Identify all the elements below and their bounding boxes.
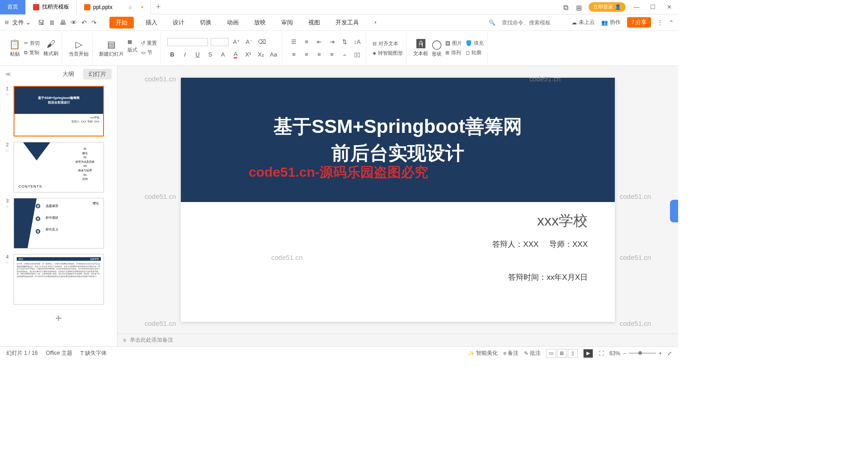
menu-view[interactable]: 视图 <box>305 17 324 28</box>
thumbnail-3[interactable]: 绪论 01 02 03 选题背景 研究现状 研究意义 <box>14 198 104 249</box>
hamburger-icon[interactable]: ≡ <box>5 19 9 27</box>
justify-button[interactable]: ≡ <box>327 50 337 60</box>
paste-button[interactable]: 📋粘贴 <box>9 39 20 57</box>
print-preview-icon[interactable]: 👁 <box>71 19 77 26</box>
search-input[interactable] <box>502 19 565 26</box>
side-handle[interactable] <box>670 200 678 222</box>
menu-review[interactable]: 审阅 <box>278 17 297 28</box>
outline-tab[interactable]: 大纲 <box>57 69 80 80</box>
reading-view-button[interactable]: ▯ <box>568 349 578 358</box>
clear-format-icon[interactable]: ⌫ <box>257 37 267 47</box>
fill-button[interactable]: 🪣填充 <box>466 39 484 47</box>
distribute-button[interactable]: ⫠ <box>340 50 349 60</box>
missing-font-button[interactable]: T缺失字体 <box>80 349 107 357</box>
menu-more[interactable]: › <box>371 17 380 28</box>
share-button[interactable]: ⤴ 分享 <box>627 17 651 28</box>
close-button[interactable]: ✕ <box>664 4 675 10</box>
from-current-button[interactable]: ▷当页开始 <box>69 39 89 57</box>
normal-view-button[interactable]: ▭ <box>546 349 556 358</box>
italic-button[interactable]: I <box>180 50 190 60</box>
menu-show[interactable]: 放映 <box>250 17 269 28</box>
superscript-button[interactable]: X² <box>243 50 253 60</box>
textbox-button[interactable]: 🅰文本框 <box>413 39 428 57</box>
align-text-button[interactable]: ⊟对齐文本 <box>373 39 403 48</box>
window-mode-icon[interactable]: ⧉ <box>563 4 571 11</box>
align-left-button[interactable]: ≡ <box>289 50 299 60</box>
text-direction-button[interactable]: ↕A <box>352 37 362 47</box>
tab-template[interactable]: 找稻壳模板 <box>26 0 77 14</box>
redo-icon[interactable]: ↷ <box>91 19 97 26</box>
columns-button[interactable]: ▯▯ <box>352 50 362 60</box>
tab-home[interactable]: 首页 <box>0 0 26 14</box>
tab-file[interactable]: ppt.pptx ⎚ • <box>77 0 151 14</box>
change-case-button[interactable]: Aa <box>269 50 278 60</box>
login-button[interactable]: 立即登录 👤 <box>589 2 626 12</box>
collapse-ribbon-icon[interactable]: ⌃ <box>669 19 674 26</box>
outline-button[interactable]: ◻轮廓 <box>466 48 484 57</box>
slideshow-button[interactable]: ▶ <box>583 349 593 358</box>
reset-button[interactable]: ↺重置 <box>141 39 157 47</box>
section-button[interactable]: ▭节 <box>141 48 157 57</box>
sorter-view-button[interactable]: ⊞ <box>557 349 567 358</box>
copy-button[interactable]: ⧉复制 <box>24 48 40 57</box>
minimize-button[interactable]: — <box>631 4 642 10</box>
numbering-button[interactable]: ≡ <box>302 37 311 47</box>
shape-button[interactable]: ◯形状 <box>432 39 442 57</box>
decrease-font-icon[interactable]: A⁻ <box>244 37 254 47</box>
decrease-indent-button[interactable]: ⇤ <box>314 37 324 47</box>
smartart-button[interactable]: ◈转智能图形 <box>373 49 403 57</box>
apps-icon[interactable]: ⊞ <box>576 4 583 11</box>
comments-button[interactable]: ✎批注 <box>524 349 541 357</box>
menu-design[interactable]: 设计 <box>169 17 188 28</box>
increase-font-icon[interactable]: A⁺ <box>231 37 241 47</box>
zoom-in-button[interactable]: + <box>659 350 662 357</box>
display-icon[interactable]: ⎚ <box>129 5 132 10</box>
collab-button[interactable]: 👥协作 <box>601 19 621 26</box>
line-spacing-button[interactable]: ⇅ <box>340 37 349 47</box>
layout-label-btn[interactable]: 版式 <box>127 46 137 54</box>
menu-insert[interactable]: 插入 <box>142 17 161 28</box>
zoom-out-button[interactable]: − <box>623 350 626 357</box>
cloud-button[interactable]: ☁未上云 <box>571 19 595 26</box>
notes-toggle[interactable]: ≡备注 <box>503 349 519 357</box>
highlight-button[interactable]: A <box>218 50 228 60</box>
new-tab-button[interactable]: + <box>151 2 165 12</box>
save-as-icon[interactable]: 🗎 <box>49 19 55 26</box>
slide-canvas[interactable]: 基于SSM+Springboot善筹网 前后台实现设计 xxx学校 答辩人：XX… <box>181 78 615 322</box>
collapse-panel-icon[interactable]: ≪ <box>5 71 11 77</box>
kebab-icon[interactable]: ⋮ <box>657 19 663 26</box>
beautify-button[interactable]: ✨智能美化 <box>468 349 498 357</box>
layout-button[interactable]: ▦ <box>127 39 137 45</box>
picture-button[interactable]: 🖼图片 <box>445 39 462 47</box>
new-slide-button[interactable]: ▤新建幻灯片 <box>99 39 124 57</box>
menu-switch[interactable]: 切换 <box>196 17 215 28</box>
fit-button[interactable]: ⛶ <box>599 350 604 357</box>
menu-start[interactable]: 开始 <box>109 17 134 28</box>
arrange-button[interactable]: ⊞排列 <box>445 48 462 57</box>
font-color-button[interactable]: A <box>231 50 241 60</box>
print-icon[interactable]: 🖶 <box>60 19 66 26</box>
undo-icon[interactable]: ↶ <box>81 19 87 26</box>
thumbnail-1[interactable]: 基于SSM+Springboot善筹网前后台实现设计 xxx学校答辩人: XXX… <box>14 86 104 136</box>
menu-dev[interactable]: 开发工具 <box>332 17 363 28</box>
cut-button[interactable]: ✂剪切 <box>24 39 40 47</box>
file-menu[interactable]: 文件 ⌄ <box>12 19 31 27</box>
slides-tab[interactable]: 幻灯片 <box>83 69 112 80</box>
add-slide-button[interactable]: + <box>4 310 113 326</box>
size-select[interactable] <box>211 38 229 46</box>
font-select[interactable] <box>167 38 208 46</box>
notes-pane[interactable]: ≡ 单击此处添加备注 <box>118 334 678 346</box>
format-painter-button[interactable]: 🖌格式刷 <box>43 39 58 57</box>
align-center-button[interactable]: ≡ <box>302 50 311 60</box>
strike-button[interactable]: S <box>205 50 215 60</box>
fullscreen-button[interactable]: ⤢ <box>667 350 672 357</box>
subscript-button[interactable]: X₂ <box>256 50 266 60</box>
align-right-button[interactable]: ≡ <box>314 50 324 60</box>
menu-anim[interactable]: 动画 <box>223 17 242 28</box>
maximize-button[interactable]: ☐ <box>647 4 658 10</box>
bullets-button[interactable]: ☰ <box>289 37 299 47</box>
save-icon[interactable]: 🖫 <box>38 19 44 26</box>
increase-indent-button[interactable]: ⇥ <box>327 37 337 47</box>
underline-button[interactable]: U <box>193 50 203 60</box>
thumbnail-2[interactable]: 01绪论 02研究方法及思路 03难点与应用 04总结 CONTENTS <box>14 142 104 193</box>
